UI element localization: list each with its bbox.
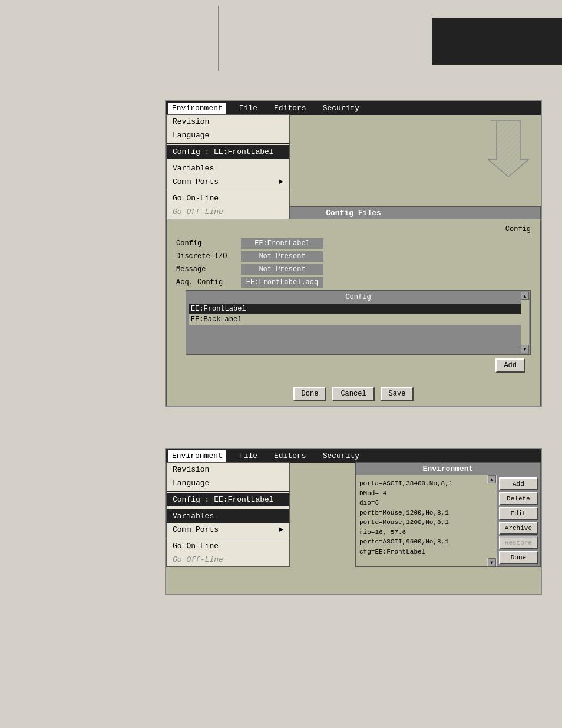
config-label-discrete: Discrete I/O — [176, 252, 235, 261]
dropdown-language[interactable]: Language — [167, 129, 289, 142]
hatch-arrow-decoration — [488, 118, 529, 179]
panel2-comm-ports-label: Comm Ports — [173, 525, 219, 534]
panel2-dropdown-sep2 — [167, 508, 289, 508]
vertical-line — [218, 6, 219, 71]
env-line-7: cfg=EE:FrontLabel — [359, 547, 484, 557]
panel2-dropdown: Revision Language Config : EE:FrontLabel… — [166, 462, 290, 567]
config-list-item-0[interactable]: EE:FrontLabel — [189, 304, 528, 314]
env-buttons-col: Add Delete Edit Archive Restore Done — [497, 475, 540, 566]
comm-ports-arrow: ► — [279, 177, 283, 186]
dark-header-block — [432, 18, 562, 65]
env-scroll-track — [487, 483, 497, 558]
panel2-container: Environment File Editors Security Revisi… — [165, 448, 542, 595]
env-scrollbar: ▲ ▼ — [487, 475, 497, 566]
env-dialog-title: Environment — [356, 463, 540, 475]
environment-dialog: Environment porta=ASCII,38400,No,8,1 DMo… — [355, 462, 541, 567]
dropdown-sep2 — [167, 160, 289, 160]
config-value-discrete: Not Present — [241, 251, 323, 262]
panel2-dropdown-config-header: Config : EE:FrontLabel — [167, 493, 289, 506]
config-row-config: Config EE:FrontLabel — [176, 238, 531, 249]
dropdown-go-online[interactable]: Go On-Line — [167, 192, 289, 205]
config-bottom-buttons: Done Cancel Save — [167, 382, 540, 406]
menu-editors[interactable]: Editors — [270, 103, 310, 114]
config-scrollbar: ▲ ▼ — [521, 292, 529, 353]
config-right-header: Config — [189, 293, 528, 301]
panel2-comm-ports-arrow: ► — [279, 525, 283, 534]
panel2-dropdown-language[interactable]: Language — [167, 476, 289, 490]
env-line-5: rio=16, 57.6 — [359, 528, 484, 538]
panel2-menubar: Environment File Editors Security — [166, 449, 541, 463]
env-line-6: portc=ASCII,9600,No,8,1 — [359, 537, 484, 547]
config-right-panel: Config EE:FrontLabel EE:BackLabel ▲ ▼ — [186, 290, 531, 355]
panel2-dropdown-sep3 — [167, 538, 289, 538]
dropdown-sep1 — [167, 143, 289, 144]
panel1-menubar: Environment File Editors Security — [166, 101, 541, 115]
env-scroll-up[interactable]: ▲ — [488, 475, 496, 483]
env-line-0: porta=ASCII,38400,No,8,1 — [359, 479, 484, 489]
dropdown-comm-ports[interactable]: Comm Ports ► — [167, 175, 289, 189]
env-line-4: portd=Mouse,1200,No,8,1 — [359, 518, 484, 528]
done-button[interactable]: Done — [293, 387, 327, 401]
dropdown-sep3 — [167, 190, 289, 190]
panel2-menu-editors[interactable]: Editors — [270, 450, 310, 462]
scroll-track — [521, 300, 529, 345]
env-edit-button[interactable]: Edit — [499, 507, 538, 520]
panel2-dropdown-go-offline[interactable]: Go Off-Line — [167, 553, 289, 566]
panel1-container: Environment File Editors Security Revisi… — [165, 100, 542, 407]
panel2-menu-environment[interactable]: Environment — [168, 450, 226, 462]
config-row-acq: Acq. Config EE:FrontLabel.acq — [176, 277, 531, 288]
env-line-2: dio=6 — [359, 498, 484, 508]
panel2-dropdown-variables[interactable]: Variables — [167, 509, 289, 523]
env-line-1: DMod= 4 — [359, 489, 484, 499]
env-delete-button[interactable]: Delete — [499, 492, 538, 505]
env-line-3: portb=Mouse,1200,No,8,1 — [359, 508, 484, 518]
config-value-message: Not Present — [241, 264, 323, 275]
menu-file[interactable]: File — [236, 103, 261, 114]
config-files-body: Config Config EE:FrontLabel Discrete I/O… — [167, 219, 540, 382]
panel2-dropdown-sep1 — [167, 491, 289, 492]
env-dialog-body: porta=ASCII,38400,No,8,1 DMod= 4 dio=6 p… — [356, 475, 540, 566]
comm-ports-label: Comm Ports — [173, 177, 219, 186]
svg-marker-1 — [488, 121, 529, 177]
config-list-container: Config EE:FrontLabel EE:BackLabel ▲ ▼ Ad… — [186, 290, 531, 376]
add-button[interactable]: Add — [495, 358, 525, 373]
panel2-dropdown-revision[interactable]: Revision — [167, 463, 289, 476]
config-label-message: Message — [176, 265, 235, 274]
env-text-area: porta=ASCII,38400,No,8,1 DMod= 4 dio=6 p… — [356, 475, 487, 566]
panel2-dropdown-go-online[interactable]: Go On-Line — [167, 539, 289, 553]
env-scroll-down[interactable]: ▼ — [488, 558, 496, 566]
config-label-acq: Acq. Config — [176, 278, 235, 286]
scroll-down-btn[interactable]: ▼ — [521, 345, 529, 353]
config-right-label: Config — [176, 225, 531, 233]
config-row-discrete: Discrete I/O Not Present — [176, 251, 531, 262]
save-button[interactable]: Save — [381, 387, 414, 401]
scroll-up-btn[interactable]: ▲ — [521, 292, 529, 300]
dropdown-config-header: Config : EE:FrontLabel — [167, 145, 289, 159]
dropdown-revision[interactable]: Revision — [167, 115, 289, 129]
config-list-item-1[interactable]: EE:BackLabel — [189, 314, 528, 325]
top-bar — [0, 0, 562, 77]
env-restore-button[interactable]: Restore — [499, 536, 538, 549]
menu-security[interactable]: Security — [319, 103, 363, 114]
panel2-dropdown-comm-ports[interactable]: Comm Ports ► — [167, 523, 289, 536]
add-btn-area: Add — [186, 355, 531, 376]
cancel-button[interactable]: Cancel — [332, 387, 374, 401]
panel2-content: Environment File Editors Security Revisi… — [166, 449, 541, 594]
config-files-panel: Config Files Config Config EE:FrontLabel… — [166, 206, 541, 406]
env-add-button[interactable]: Add — [499, 477, 538, 490]
config-value-acq: EE:FrontLabel.acq — [241, 277, 323, 288]
dropdown-go-offline[interactable]: Go Off-Line — [167, 205, 289, 219]
config-fields: Config Config EE:FrontLabel Discrete I/O… — [176, 225, 531, 288]
panel1-content: Environment File Editors Security Revisi… — [166, 101, 541, 406]
menu-environment[interactable]: Environment — [168, 103, 226, 114]
panel2-menu-file[interactable]: File — [236, 450, 261, 462]
config-label-config: Config — [176, 239, 235, 248]
env-archive-button[interactable]: Archive — [499, 522, 538, 535]
env-done-button[interactable]: Done — [499, 551, 538, 564]
dropdown-variables[interactable]: Variables — [167, 162, 289, 175]
config-row-message: Message Not Present — [176, 264, 531, 275]
panel1-dropdown: Revision Language Config : EE:FrontLabel… — [166, 114, 290, 219]
panel2-menu-security[interactable]: Security — [319, 450, 363, 462]
config-value-config: EE:FrontLabel — [241, 238, 323, 249]
